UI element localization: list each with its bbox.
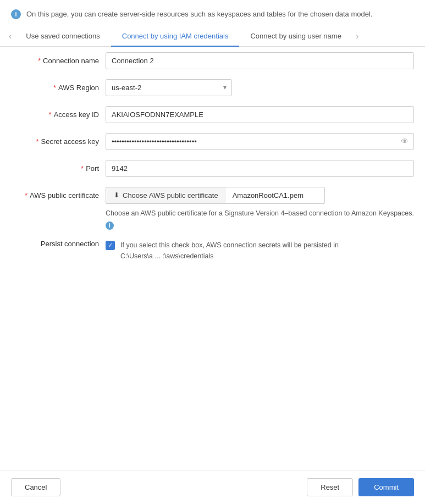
footer-right: Reset Commit [307,478,414,496]
aws-region-select[interactable]: us-east-2 us-east-1 us-west-1 us-west-2 … [106,79,232,96]
connection-name-input[interactable] [106,52,414,69]
tabs-container: ‹ Use saved connections Connect by using… [0,26,425,47]
port-input[interactable] [106,160,414,177]
secret-key-row: *Secret access key 👁 [11,133,414,150]
cert-help-icon: i [106,221,114,230]
port-label: *Port [11,164,99,173]
cert-wrapper: ⬇ Choose AWS public certificate AmazonRo… [106,187,414,204]
aws-region-row: *AWS Region us-east-2 us-east-1 us-west-… [11,79,414,96]
tab-iam-credentials[interactable]: Connect by using IAM credentials [111,26,240,47]
port-row: *Port [11,160,414,177]
cert-row: *AWS public certificate ⬇ Choose AWS pub… [11,187,414,230]
checkmark-icon: ✓ [108,242,113,248]
cert-label: *AWS public certificate [11,187,99,200]
persist-label: Persist connection [11,240,99,248]
connection-name-label: *Connection name [11,57,99,65]
eye-icon[interactable]: 👁 [401,137,409,146]
cancel-button[interactable]: Cancel [11,478,60,496]
info-bar: i On this page, you can create server-si… [0,0,425,26]
access-key-row: *Access key ID [11,106,414,123]
persist-row: Persist connection ✓ If you select this … [11,240,414,262]
info-text: On this page, you can create server-side… [26,9,372,20]
aws-region-select-wrapper: us-east-2 us-east-1 us-west-1 us-west-2 … [106,79,232,96]
persist-path: C:\Users\a ... :\aws\credentials [120,251,339,262]
secret-key-label: *Secret access key [11,137,99,146]
tab-username[interactable]: Connect by using user name [239,26,352,47]
tab-saved-connections[interactable]: Use saved connections [15,26,111,47]
reset-button[interactable]: Reset [307,478,353,496]
persist-info: If you select this check box, AWS connec… [120,240,339,262]
cert-filename: AmazonRootCA1.pem [226,187,325,204]
cert-help-text: Choose an AWS public certificate for a S… [106,208,414,230]
download-icon: ⬇ [114,191,119,199]
tab-right-arrow[interactable]: › [352,31,362,41]
info-icon: i [11,9,21,19]
connection-name-row: *Connection name [11,52,414,69]
form-area: *Connection name *AWS Region us-east-2 u… [0,47,425,470]
cert-col: ⬇ Choose AWS public certificate AmazonRo… [106,187,414,230]
page-container: i On this page, you can create server-si… [0,0,425,504]
access-key-input[interactable] [106,106,414,123]
aws-region-label: *AWS Region [11,84,99,92]
commit-button[interactable]: Commit [358,478,414,496]
persist-checkbox-wrapper: ✓ If you select this check box, AWS conn… [106,240,339,262]
persist-checkbox[interactable]: ✓ [106,241,115,250]
secret-key-input[interactable] [106,133,414,150]
footer: Cancel Reset Commit [0,470,425,504]
access-key-label: *Access key ID [11,110,99,119]
secret-key-wrapper: 👁 [106,133,414,150]
tab-left-arrow[interactable]: ‹ [5,31,15,41]
choose-certificate-button[interactable]: ⬇ Choose AWS public certificate [106,187,226,204]
